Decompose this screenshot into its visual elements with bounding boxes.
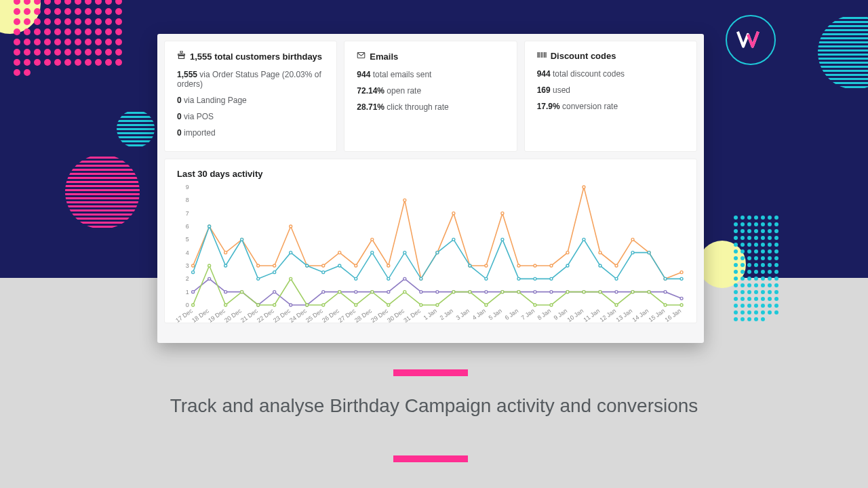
svg-point-47 bbox=[273, 264, 276, 267]
svg-point-93 bbox=[517, 277, 520, 280]
svg-point-48 bbox=[290, 225, 292, 228]
svg-point-151 bbox=[452, 291, 455, 293]
svg-point-89 bbox=[452, 238, 455, 241]
svg-point-95 bbox=[550, 277, 553, 280]
svg-point-50 bbox=[322, 264, 325, 267]
dashboard-panel: 1,555 total customers birthdays 1,555 vi… bbox=[157, 34, 704, 343]
card-title: 1,555 total customers birthdays bbox=[190, 52, 322, 62]
svg-point-146 bbox=[371, 291, 374, 293]
svg-point-73 bbox=[192, 271, 195, 274]
svg-text:30 Dec: 30 Dec bbox=[386, 307, 406, 324]
svg-point-68 bbox=[615, 264, 618, 267]
metric-row: 28.71% click through rate bbox=[357, 102, 504, 112]
svg-point-86 bbox=[403, 251, 406, 254]
svg-point-141 bbox=[290, 277, 292, 280]
activity-chart: Last 30 days activity 012345678917 Dec18… bbox=[164, 159, 697, 323]
svg-point-64 bbox=[550, 264, 553, 267]
svg-point-90 bbox=[469, 264, 471, 267]
svg-point-142 bbox=[306, 304, 309, 306]
svg-point-155 bbox=[517, 291, 520, 293]
svg-point-44 bbox=[224, 251, 227, 254]
card-rows: 944 total emails sent72.14% open rate28.… bbox=[357, 70, 504, 112]
svg-point-125 bbox=[534, 291, 536, 293]
svg-point-60 bbox=[485, 264, 488, 267]
svg-point-91 bbox=[485, 277, 488, 280]
svg-point-61 bbox=[501, 212, 504, 215]
svg-point-150 bbox=[436, 304, 439, 306]
svg-point-69 bbox=[631, 238, 634, 241]
svg-point-160 bbox=[599, 291, 601, 293]
svg-point-88 bbox=[436, 251, 439, 254]
svg-text:8: 8 bbox=[186, 197, 189, 203]
svg-point-54 bbox=[387, 264, 390, 267]
svg-point-102 bbox=[664, 277, 667, 280]
svg-text:22 Dec: 22 Dec bbox=[256, 307, 275, 324]
svg-point-163 bbox=[648, 291, 650, 293]
svg-point-162 bbox=[631, 291, 634, 293]
svg-point-81 bbox=[322, 271, 325, 274]
brand-logo bbox=[726, 15, 776, 65]
svg-point-158 bbox=[566, 291, 569, 293]
accent-bar bbox=[393, 455, 468, 462]
headline: Track and analyse Birthday Campaign acti… bbox=[0, 393, 868, 419]
svg-point-143 bbox=[322, 304, 325, 306]
svg-point-67 bbox=[599, 251, 601, 254]
svg-point-78 bbox=[273, 271, 276, 274]
metric-row: 169 used bbox=[537, 85, 684, 95]
chart-title: Last 30 days activity bbox=[177, 169, 684, 179]
svg-point-53 bbox=[371, 238, 374, 241]
svg-point-82 bbox=[338, 264, 341, 267]
svg-point-80 bbox=[306, 264, 309, 267]
svg-point-98 bbox=[599, 264, 601, 267]
svg-text:27 Dec: 27 Dec bbox=[337, 307, 357, 324]
card-rows: 1,555 via Order Status Page (20.03% of o… bbox=[177, 70, 324, 138]
gift-icon bbox=[177, 51, 186, 62]
svg-text:14 Jan: 14 Jan bbox=[631, 307, 650, 323]
svg-point-144 bbox=[338, 291, 341, 293]
svg-text:13 Jan: 13 Jan bbox=[615, 307, 633, 323]
svg-text:12 Jan: 12 Jan bbox=[599, 307, 617, 323]
svg-point-136 bbox=[208, 264, 211, 267]
svg-text:5 Jan: 5 Jan bbox=[488, 307, 503, 321]
svg-text:10 Jan: 10 Jan bbox=[566, 307, 585, 323]
svg-point-65 bbox=[566, 251, 569, 254]
svg-point-58 bbox=[452, 212, 455, 215]
svg-point-161 bbox=[615, 304, 618, 306]
svg-point-119 bbox=[436, 291, 439, 293]
svg-point-134 bbox=[680, 297, 683, 300]
svg-point-137 bbox=[224, 304, 227, 306]
svg-text:4 Jan: 4 Jan bbox=[471, 307, 487, 321]
card-emails: Emails 944 total emails sent72.14% open … bbox=[344, 41, 517, 152]
svg-point-83 bbox=[355, 277, 357, 280]
svg-text:9: 9 bbox=[186, 184, 189, 190]
svg-point-154 bbox=[501, 291, 504, 293]
svg-point-76 bbox=[241, 238, 243, 241]
card-rows: 944 total discount codes169 used17.9% co… bbox=[537, 69, 684, 111]
card-birthdays: 1,555 total customers birthdays 1,555 vi… bbox=[164, 41, 337, 152]
svg-point-156 bbox=[534, 304, 536, 306]
svg-point-42 bbox=[192, 264, 195, 267]
card-discount-codes: Discount codes 944 total discount codes1… bbox=[524, 41, 697, 152]
svg-text:2: 2 bbox=[186, 275, 189, 282]
svg-text:28 Dec: 28 Dec bbox=[353, 307, 373, 324]
svg-point-52 bbox=[355, 264, 357, 267]
svg-point-94 bbox=[534, 277, 536, 280]
svg-point-55 bbox=[403, 199, 406, 201]
svg-text:25 Dec: 25 Dec bbox=[304, 307, 324, 324]
svg-point-96 bbox=[566, 264, 569, 267]
svg-point-165 bbox=[680, 304, 683, 306]
svg-text:21 Dec: 21 Dec bbox=[239, 307, 259, 324]
metric-row: 0 imported bbox=[177, 128, 324, 138]
accent-bar bbox=[393, 369, 468, 376]
svg-point-109 bbox=[273, 291, 276, 293]
svg-point-104 bbox=[192, 291, 195, 293]
svg-text:23 Dec: 23 Dec bbox=[272, 307, 292, 324]
barcode-icon bbox=[537, 51, 547, 61]
svg-text:31 Dec: 31 Dec bbox=[402, 307, 422, 324]
svg-point-114 bbox=[355, 291, 357, 293]
svg-text:18 Dec: 18 Dec bbox=[191, 307, 210, 324]
svg-text:2 Jan: 2 Jan bbox=[439, 307, 454, 321]
metric-row: 1,555 via Order Status Page (20.03% of o… bbox=[177, 70, 324, 89]
svg-text:9 Jan: 9 Jan bbox=[553, 307, 568, 321]
svg-point-77 bbox=[257, 277, 260, 280]
